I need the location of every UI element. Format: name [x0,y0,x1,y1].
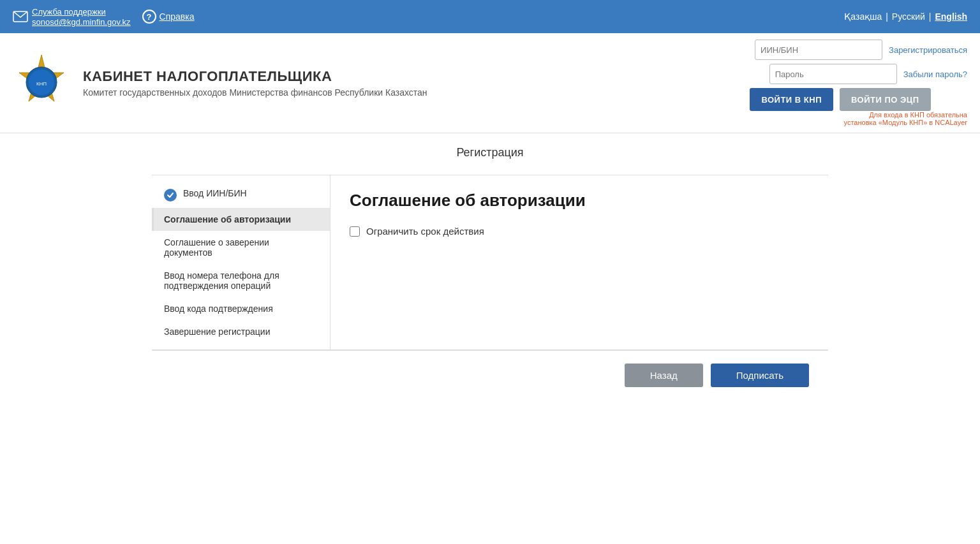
sidebar-label-4: Ввод номера телефона для подтверждения о… [164,270,320,291]
sidebar-label-3: Соглашение о заверении документов [164,237,320,258]
sep2: | [929,11,932,22]
top-bar: Служба поддержки sonosd@kgd.minfin.gov.k… [0,0,980,33]
checkbox-row: Ограничить срок действия [350,226,809,237]
limit-validity-checkbox[interactable] [350,226,360,237]
sep1: | [886,11,888,22]
logo-area: КНП [13,54,70,113]
check-icon-1 [164,189,177,202]
ecp-area: ВОЙТИ ПО ЭЦП Для входа в КНП обязательна… [840,88,967,126]
sidebar-item-iin[interactable]: Ввод ИИН/БИН [152,182,330,208]
email-icon [13,11,28,22]
sidebar-item-finish[interactable]: Завершение регистрации [152,320,330,343]
sidebar-item-doc-agreement[interactable]: Соглашение о заверении документов [152,231,330,264]
sidebar-label-5: Ввод кода подтверждения [164,304,273,314]
content-panel: Соглашение об авторизации Ограничить сро… [330,175,828,349]
support-text: Служба поддержки sonosd@kgd.minfin.gov.k… [32,6,131,27]
app-title: КАБИНЕТ НАЛОГОПЛАТЕЛЬЩИКА [83,68,737,85]
auth-row-2: Забыли пароль? [750,64,967,84]
header-section: КНП КАБИНЕТ НАЛОГОПЛАТЕЛЬЩИКА Комитет го… [0,33,980,133]
top-bar-left: Служба поддержки sonosd@kgd.minfin.gov.k… [13,6,195,27]
forgot-link[interactable]: Забыли пароль? [903,70,967,79]
register-link[interactable]: Зарегистрироваться [889,45,967,55]
title-area: КАБИНЕТ НАЛОГОПЛАТЕЛЬЩИКА Комитет госуда… [83,68,737,98]
ecp-note: Для входа в КНП обязательна установка «М… [840,111,967,126]
ecp-button[interactable]: ВОЙТИ ПО ЭЦП [840,88,931,111]
sidebar: Ввод ИИН/БИН Соглашение об авторизации С… [152,175,330,349]
sidebar-item-confirm-code[interactable]: Ввод кода подтверждения [152,297,330,320]
svg-text:КНП: КНП [36,81,47,87]
back-button[interactable]: Назад [625,364,703,387]
lang-en[interactable]: English [935,11,967,22]
login-button[interactable]: ВОЙТИ В КНП [750,88,833,111]
support-info: Служба поддержки sonosd@kgd.minfin.gov.k… [13,6,131,27]
logo-emblem: КНП [13,54,70,111]
auth-area: Зарегистрироваться Забыли пароль? ВОЙТИ … [750,40,967,126]
lang-kz[interactable]: Қазақша [844,11,882,22]
auth-row-1: Зарегистрироваться [750,40,967,60]
support-line2: sonosd@kgd.minfin.gov.kz [32,17,131,27]
help-icon: ? [142,10,156,24]
app-subtitle: Комитет государственных доходов Министер… [83,87,737,98]
sidebar-label-1: Ввод ИИН/БИН [183,188,247,198]
checkbox-label[interactable]: Ограничить срок действия [366,226,484,237]
iin-input[interactable] [755,40,882,60]
help-section: ? Справка [142,10,195,24]
sidebar-label-6: Завершение регистрации [164,327,270,337]
support-link[interactable]: Служба поддержки sonosd@kgd.minfin.gov.k… [32,7,131,27]
sign-button[interactable]: Подписать [711,364,809,387]
auth-buttons-row: ВОЙТИ В КНП ВОЙТИ ПО ЭЦП Для входа в КНП… [750,88,967,126]
content-layout: Ввод ИИН/БИН Соглашение об авторизации С… [152,175,828,350]
main-content: Регистрация Ввод ИИН/БИН Соглашение об а… [139,133,841,413]
help-link[interactable]: Справка [160,11,195,22]
sidebar-item-phone[interactable]: Ввод номера телефона для подтверждения о… [152,264,330,297]
lang-ru[interactable]: Русский [892,11,925,22]
page-title: Регистрация [152,146,828,159]
sidebar-label-2: Соглашение об авторизации [164,214,291,224]
action-bar: Назад Подписать [152,350,828,400]
section-title: Соглашение об авторизации [350,191,809,210]
language-switcher: Қазақша | Русский | English [844,11,967,22]
password-input[interactable] [769,64,897,84]
support-line1: Служба поддержки [32,7,106,17]
sidebar-item-auth-agreement[interactable]: Соглашение об авторизации [152,208,330,231]
